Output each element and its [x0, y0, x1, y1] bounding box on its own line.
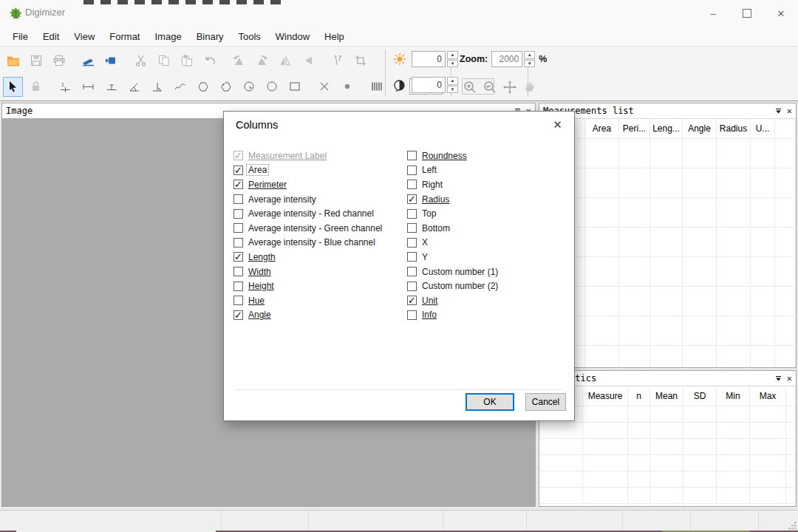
column-option-row[interactable]: Info — [407, 308, 499, 323]
pattern-tool-button[interactable] — [366, 77, 386, 97]
flip-vertical-button[interactable] — [298, 51, 318, 71]
cut-button[interactable] — [131, 51, 151, 71]
column-option-row[interactable]: Hue — [233, 293, 383, 308]
stepper-down-icon[interactable]: ▼ — [524, 60, 535, 68]
column-option-row[interactable]: Radius — [407, 192, 499, 207]
checkbox[interactable] — [233, 310, 243, 320]
rectangle-tool-button[interactable] — [284, 77, 304, 97]
polygon-tool-button[interactable] — [193, 77, 213, 97]
undo-button[interactable] — [200, 51, 219, 71]
crop-button[interactable] — [350, 51, 370, 71]
marker-dot-tool-button[interactable] — [337, 77, 357, 97]
cancel-button[interactable]: Cancel — [525, 393, 566, 411]
zoom-stepper[interactable]: ▲▼ — [524, 51, 535, 67]
checkbox[interactable] — [233, 166, 243, 175]
perpendicular-tool-button[interactable] — [147, 77, 167, 97]
length-tool-button[interactable] — [78, 77, 98, 97]
column-option-row[interactable]: Average intensity - Blue channel — [233, 236, 383, 250]
checkbox[interactable] — [407, 267, 417, 276]
lock-button[interactable] — [26, 77, 46, 97]
column-option-row[interactable]: Angle — [233, 308, 383, 323]
statistics-panel-pin-button[interactable] — [775, 375, 782, 382]
close-button[interactable]: ✕ — [764, 0, 798, 27]
rotate-right-button[interactable] — [252, 51, 272, 71]
contrast-stepper[interactable]: ▲▼ — [447, 77, 458, 93]
checkbox[interactable] — [407, 252, 417, 262]
column-option-row[interactable]: Y — [407, 250, 499, 265]
stepper-down-icon[interactable]: ▼ — [447, 86, 458, 94]
column-header[interactable]: Radius — [717, 118, 751, 139]
column-option-row[interactable]: Average intensity — [233, 192, 383, 207]
contrast-input[interactable] — [412, 77, 446, 93]
checkbox[interactable] — [233, 252, 243, 262]
column-option-row[interactable]: Area — [233, 163, 383, 178]
brightness-stepper[interactable]: ▲▼ — [447, 51, 458, 67]
column-header[interactable]: Angle — [683, 118, 717, 139]
circle-3pt-tool-button[interactable] — [239, 77, 259, 97]
menu-item[interactable]: Format — [102, 29, 147, 44]
column-header[interactable]: SD — [683, 386, 717, 406]
statistics-panel-close-button[interactable]: ✕ — [787, 374, 792, 383]
menu-item[interactable]: Tools — [231, 29, 267, 44]
checkbox[interactable] — [233, 194, 243, 204]
column-option-row[interactable]: Custom number (1) — [407, 265, 499, 279]
checkbox[interactable] — [407, 151, 417, 160]
rotate-left-button[interactable] — [229, 51, 249, 71]
stepper-up-icon[interactable]: ▲ — [447, 51, 458, 59]
column-option-row[interactable]: Left — [407, 163, 499, 178]
column-option-row[interactable]: Length — [233, 250, 383, 265]
checkbox[interactable] — [407, 223, 417, 233]
checkbox[interactable] — [233, 282, 243, 291]
checkbox[interactable] — [407, 180, 417, 189]
open-polygon-tool-button[interactable] — [216, 77, 236, 97]
checkbox[interactable] — [233, 209, 243, 219]
marker-x-tool-button[interactable] — [314, 77, 334, 97]
flip-horizontal-button[interactable] — [275, 51, 295, 71]
column-option-row[interactable]: Top — [407, 206, 499, 221]
ok-button[interactable]: OK — [466, 393, 514, 411]
hand-tool-button[interactable] — [519, 77, 539, 97]
measurements-panel-pin-button[interactable] — [775, 108, 782, 115]
checkbox[interactable] — [233, 180, 243, 189]
checkbox[interactable] — [407, 166, 417, 175]
menu-item[interactable]: Binary — [189, 29, 231, 44]
column-header[interactable]: Area — [585, 118, 619, 139]
column-option-row[interactable]: Height — [233, 279, 383, 293]
scan-button[interactable] — [78, 51, 98, 71]
column-header[interactable]: Max — [750, 386, 786, 406]
column-option-row[interactable]: Width — [233, 265, 383, 279]
maximize-button[interactable] — [730, 0, 764, 27]
point-tool-button[interactable]: 1 — [55, 77, 75, 97]
measurements-panel-close-button[interactable]: ✕ — [787, 106, 792, 115]
column-option-row[interactable]: X — [407, 236, 499, 250]
checkbox[interactable] — [407, 194, 417, 204]
checkbox[interactable] — [233, 223, 243, 233]
checkbox[interactable] — [407, 310, 417, 320]
column-option-row[interactable]: Bottom — [407, 221, 499, 236]
column-header[interactable] — [786, 386, 796, 406]
select-tool-button[interactable] — [3, 77, 23, 97]
checkbox[interactable] — [233, 296, 243, 305]
column-header[interactable]: Peri... — [619, 118, 650, 139]
column-option-row[interactable]: Average intensity - Green channel — [233, 221, 383, 236]
column-option-row[interactable]: Average intensity - Red channel — [233, 206, 383, 221]
column-header[interactable]: n — [628, 386, 650, 406]
zoom-input[interactable] — [491, 51, 522, 67]
checkbox[interactable] — [233, 238, 243, 248]
paste-button[interactable] — [177, 51, 197, 71]
capture-button[interactable] — [101, 51, 121, 71]
checkbox[interactable] — [407, 209, 417, 219]
menu-item[interactable]: Edit — [35, 29, 66, 44]
stepper-up-icon[interactable]: ▲ — [447, 77, 458, 85]
column-option-row[interactable]: Measurement Label — [233, 149, 383, 163]
menu-item[interactable]: Image — [147, 29, 188, 44]
checkbox[interactable] — [407, 282, 417, 291]
dialog-titlebar[interactable]: Columns — [224, 112, 574, 138]
column-option-row[interactable]: Right — [407, 177, 499, 192]
column-option-row[interactable]: Roundness — [407, 149, 499, 163]
column-option-row[interactable]: Perimeter — [233, 177, 383, 192]
menu-item[interactable]: Window — [268, 29, 317, 44]
checkbox[interactable] — [233, 151, 243, 160]
menu-item[interactable]: View — [66, 29, 102, 44]
open-button[interactable] — [3, 51, 23, 71]
